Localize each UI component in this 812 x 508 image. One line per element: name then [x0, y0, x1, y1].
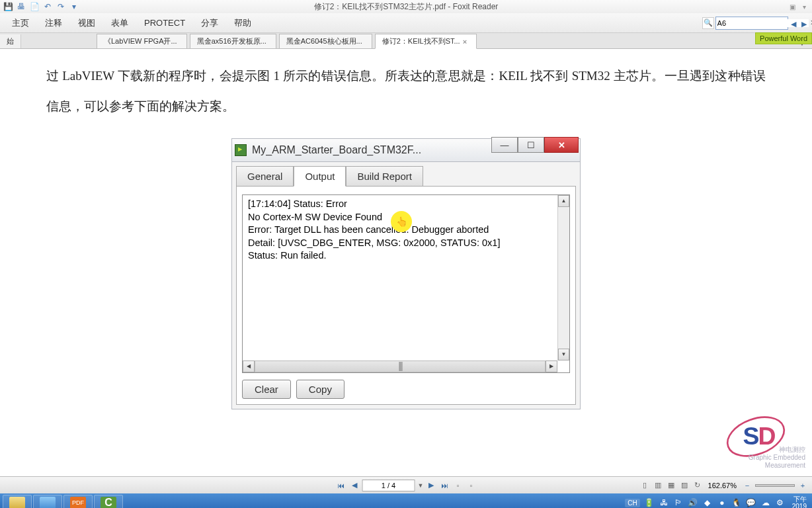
powerful-word-badge[interactable]: Powerful Word: [755, 32, 812, 44]
open-icon[interactable]: 📄: [29, 1, 40, 12]
doc-tab-2[interactable]: 黑金ax516开发板原...: [190, 34, 276, 48]
tray-volume-icon[interactable]: 🔊: [688, 497, 698, 508]
horizontal-scrollbar: ◀ ||| ▶: [243, 360, 557, 372]
save-icon[interactable]: 💾: [3, 1, 13, 12]
document-paragraph: 过 LabVIEW 下载新的程序时，会提示图 1 所示的错误信息。所表达的意思就…: [0, 49, 812, 133]
document-viewport[interactable]: 过 LabVIEW 下载新的程序时，会提示图 1 所示的错误信息。所表达的意思就…: [0, 49, 812, 476]
taskbar-app-2[interactable]: [33, 495, 62, 508]
search-prev-icon[interactable]: ◀: [790, 20, 797, 28]
view-continuous-facing-icon[interactable]: ▨: [679, 480, 690, 491]
vertical-scrollbar: ▲ ▼: [557, 195, 569, 360]
maximize-button: ☐: [518, 137, 544, 153]
dialog-title: My_ARM_Starter_Board_STM32F...: [252, 144, 421, 156]
menu-share[interactable]: 分享: [193, 14, 226, 32]
find-icon[interactable]: 🔍: [702, 17, 714, 29]
zoom-level[interactable]: 162.67%: [706, 482, 739, 489]
clear-search-icon[interactable]: ✕: [809, 19, 812, 27]
view-single-icon[interactable]: ▯: [639, 480, 650, 491]
tray-wechat-icon[interactable]: 💬: [746, 497, 756, 508]
menu-view[interactable]: 视图: [70, 14, 103, 32]
menu-protect[interactable]: PROTECT: [136, 14, 193, 32]
tray-qq-icon[interactable]: 🐧: [731, 497, 742, 508]
doc-tab-1[interactable]: 《LabVIEW FPGA开...: [97, 34, 187, 48]
zoom-slider[interactable]: [755, 484, 795, 487]
view-rotate-icon[interactable]: ↻: [692, 480, 703, 491]
scroll-down-icon: ▼: [558, 349, 569, 360]
prev-page-icon[interactable]: ◀: [349, 480, 360, 491]
menu-home[interactable]: 主页: [4, 14, 37, 32]
document-tabs: 始 《LabVIEW FPGA开... 黑金ax516开发板原... 黑金AC6…: [0, 33, 812, 49]
tray-app-3-icon[interactable]: ☁: [760, 497, 771, 508]
first-page-icon[interactable]: ⏮: [336, 480, 346, 491]
minimize-button: —: [491, 137, 518, 153]
windows-taskbar: PDF C CH 🔋 🖧 🏳 🔊 ◆ ● 🐧 💬 ☁ ⚙ 下午 2019: [0, 493, 812, 508]
nav-tool-2-icon[interactable]: ▫: [466, 480, 476, 491]
ribbon-toggle-icon[interactable]: ▣: [787, 1, 797, 12]
doc-tab-3[interactable]: 黑金AC6045核心板用...: [279, 34, 372, 48]
clear-button: Clear: [242, 380, 291, 399]
nav-tool-1-icon[interactable]: ▫: [452, 480, 463, 491]
ime-indicator[interactable]: CH: [625, 499, 639, 507]
next-page-icon[interactable]: ▶: [426, 480, 436, 491]
undo-icon[interactable]: ↶: [42, 1, 53, 12]
system-clock[interactable]: 下午 2019: [790, 495, 809, 508]
tray-app-2-icon[interactable]: ●: [717, 497, 727, 508]
tab-output: Output: [294, 166, 346, 187]
menu-comment[interactable]: 注释: [37, 14, 70, 32]
scroll-right-icon: ▶: [546, 360, 557, 372]
page-dropdown-icon[interactable]: ▼: [418, 482, 424, 489]
tray-app-4-icon[interactable]: ⚙: [775, 497, 786, 508]
last-page-icon[interactable]: ⏭: [439, 480, 450, 491]
tray-flag-icon[interactable]: 🏳: [673, 497, 684, 508]
doc-tab-4[interactable]: 修订2：KEIL找不到ST... ×: [375, 34, 477, 49]
tray-app-1-icon[interactable]: ◆: [702, 497, 713, 508]
close-button: ✕: [544, 137, 579, 153]
cursor-highlight: 👆: [391, 211, 412, 232]
menu-form[interactable]: 表单: [103, 14, 136, 32]
taskbar-app-4[interactable]: C: [94, 495, 123, 508]
zoom-out-icon[interactable]: −: [742, 480, 752, 491]
help-dropdown-icon[interactable]: ▾: [799, 1, 809, 12]
watermark-text: 神电测控 Graphic Embedded Measurement: [749, 446, 805, 470]
window-title: 修订2：KEIL找不到STM32主芯片.pdf - Foxit Reader: [314, 1, 499, 13]
zoom-in-icon[interactable]: +: [797, 480, 808, 491]
copy-button: Copy: [296, 380, 345, 399]
redo-icon[interactable]: ↷: [56, 1, 66, 12]
tray-battery-icon[interactable]: 🔋: [644, 497, 655, 508]
close-tab-icon[interactable]: ×: [463, 38, 467, 46]
qat-dropdown-icon[interactable]: ▾: [69, 1, 79, 12]
scroll-thumb: |||: [398, 360, 401, 373]
taskbar-app-1[interactable]: [3, 495, 32, 508]
status-bar: ⏮ ◀ ▼ ▶ ⏭ ▫ ▫ ▯ ▥ ▦ ▨ ↻ 162.67% − +: [0, 476, 812, 493]
tab-general: General: [236, 166, 294, 187]
embedded-dialog-figure: My_ARM_Starter_Board_STM32F... — ☐ ✕ Gen…: [231, 138, 581, 409]
scroll-left-icon: ◀: [243, 360, 255, 372]
output-textbox: [17:14:04] Status: Error No Cortex-M SW …: [242, 194, 570, 373]
tray-network-icon[interactable]: 🖧: [659, 497, 669, 508]
corner-tab[interactable]: 始: [0, 34, 21, 48]
ribbon-menu: 主页 注释 视图 表单 PROTECT 分享 帮助 🔍 ✕ ◀ ▶: [0, 13, 812, 33]
dialog-titlebar: My_ARM_Starter_Board_STM32F... — ☐ ✕: [231, 138, 581, 162]
labview-icon: [235, 144, 247, 156]
search-next-icon[interactable]: ▶: [800, 20, 808, 28]
window-title-bar: 💾 🖶 📄 ↶ ↷ ▾ 修订2：KEIL找不到STM32主芯片.pdf - Fo…: [0, 0, 812, 13]
scroll-up-icon: ▲: [558, 195, 569, 207]
menu-help[interactable]: 帮助: [226, 14, 259, 32]
view-facing-icon[interactable]: ▦: [666, 480, 676, 491]
print-icon[interactable]: 🖶: [16, 1, 26, 12]
tab-build-report: Build Report: [346, 166, 423, 187]
view-continuous-icon[interactable]: ▥: [653, 480, 663, 491]
page-input[interactable]: [362, 480, 415, 491]
taskbar-app-3[interactable]: PDF: [63, 495, 93, 508]
